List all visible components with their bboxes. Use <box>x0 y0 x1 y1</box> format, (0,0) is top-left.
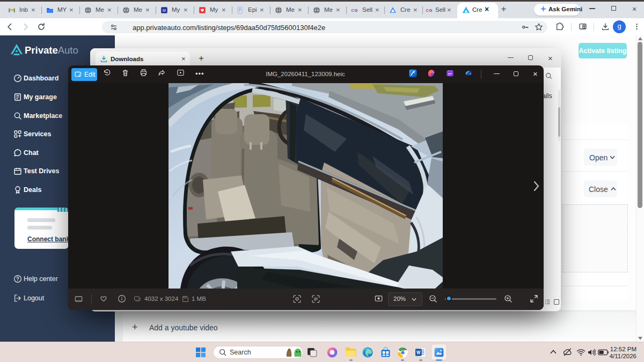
svg-text:C: C <box>352 8 355 13</box>
svg-text:G: G <box>429 8 432 13</box>
svg-text:G: G <box>354 8 357 13</box>
svg-text:C: C <box>426 8 429 13</box>
svg-text:M: M <box>163 9 166 12</box>
